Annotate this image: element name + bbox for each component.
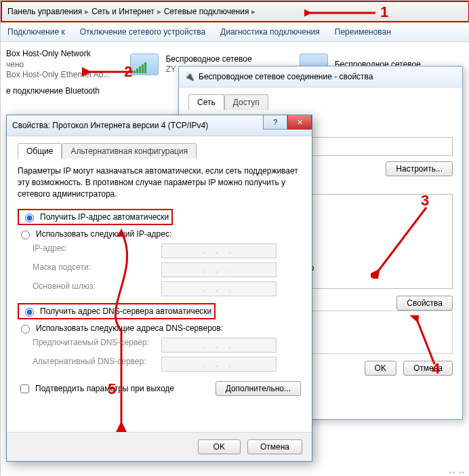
dialog-titlebar[interactable]: Свойства: Протокол Интернета версии 4 (T… — [7, 115, 312, 136]
cancel-button[interactable]: Отмена — [403, 361, 453, 376]
toolbar-connect[interactable]: Подключение к — [7, 27, 65, 37]
validate-checkbox[interactable] — [20, 384, 29, 393]
ipv4-properties-dialog: Свойства: Протокол Интернета версии 4 (T… — [6, 115, 312, 462]
ip-label: IP-адрес: — [33, 243, 155, 258]
highlight-box: Получить адрес DNS-сервера автоматически — [18, 303, 216, 319]
network-name: Беспроводное сетевое — [165, 54, 251, 65]
toolbar-rename[interactable]: Переименован — [335, 27, 391, 37]
gateway-field: . . . — [161, 281, 277, 296]
chevron-right-icon: ▸ — [157, 7, 161, 16]
mask-field: . . . — [161, 262, 277, 277]
radio-auto-ip[interactable] — [25, 214, 34, 222]
network-icon — [130, 54, 159, 75]
breadcrumb-item[interactable]: Сеть и Интернет — [91, 7, 154, 16]
configure-button[interactable]: Настроить... — [386, 161, 453, 176]
radio-label: Получить адрес DNS-сервера автоматически — [40, 306, 211, 316]
chevron-right-icon: ▸ — [251, 7, 256, 16]
network-name: Box Host-Only Network — [6, 49, 110, 60]
network-name: е подключение Bluetooth — [6, 86, 100, 97]
ok-button[interactable]: OK — [198, 439, 241, 454]
chevron-right-icon: ▸ — [85, 7, 89, 16]
advanced-button[interactable]: Дополнительно... — [216, 381, 301, 396]
resize-grip-icon: ⣀⣀ — [448, 461, 467, 474]
radio-auto-dns[interactable] — [25, 308, 34, 317]
network-item[interactable]: Box Host-Only Network чено Box Host-Only… — [6, 46, 110, 83]
radio-manual-dns[interactable] — [21, 325, 30, 334]
network-status: чено — [6, 60, 110, 71]
highlight-box: Получить IP-адрес автоматически — [18, 209, 173, 225]
pref-dns-label: Предпочитаемый DNS-сервер: — [33, 338, 155, 353]
breadcrumb-bar[interactable]: Панель управления ▸ Сеть и Интернет ▸ Се… — [1, 1, 469, 22]
network-icon: 🔌 — [184, 72, 195, 81]
cancel-button[interactable]: Отмена — [247, 439, 302, 454]
tab-network[interactable]: Сеть — [188, 94, 224, 110]
toolbar: Подключение к Отключение сетевого устрой… — [1, 22, 469, 42]
dialog-button-bar: OK Отмена — [7, 432, 312, 461]
tab-general[interactable]: Общие — [18, 143, 62, 159]
ok-button[interactable]: OK — [365, 361, 396, 376]
dialog-title: 🔌 Беспроводное сетевое соединение - свой… — [179, 66, 462, 87]
radio-manual-ip[interactable] — [21, 231, 30, 239]
radio-label: Использовать следующие адреса DNS-сервер… — [36, 323, 223, 333]
tabstrip: Сеть Доступ — [188, 94, 453, 110]
tab-access[interactable]: Доступ — [224, 94, 268, 110]
close-button[interactable]: ✕ — [287, 115, 312, 130]
breadcrumb-item[interactable]: Сетевые подключения — [164, 7, 249, 16]
alt-dns-field: . . . — [161, 357, 277, 372]
breadcrumb-item[interactable]: Панель управления — [7, 7, 82, 16]
gateway-label: Основной шлюз: — [33, 281, 155, 296]
network-adapter: Box Host-Only Ethernet Ad... — [6, 70, 110, 81]
alt-dns-label: Альтернативный DNS-сервер: — [33, 357, 155, 372]
toolbar-disable[interactable]: Отключение сетевого устройства — [80, 27, 205, 37]
properties-button[interactable]: Свойства — [396, 296, 453, 311]
help-button[interactable]: ? — [263, 115, 287, 130]
signal-icon — [134, 62, 146, 73]
toolbar-diagnose[interactable]: Диагностика подключения — [220, 27, 320, 37]
radio-label: Получить IP-адрес автоматически — [40, 212, 169, 222]
validate-label: Подтвердить параметры при выходе — [35, 384, 174, 393]
tabstrip: Общие Альтернативная конфигурация — [18, 143, 301, 159]
description-text: Параметры IP могут назначаться автоматич… — [18, 165, 301, 199]
pref-dns-field: . . . — [161, 338, 277, 353]
title-text: Беспроводное сетевое соединение - свойст… — [199, 72, 373, 81]
radio-label: Использовать следующий IP-адрес: — [36, 229, 171, 239]
ip-field: . . . — [161, 243, 277, 258]
title-text: Свойства: Протокол Интернета версии 4 (T… — [12, 121, 208, 130]
tab-alt-config[interactable]: Альтернативная конфигурация — [62, 143, 197, 159]
mask-label: Маска подсети: — [33, 262, 155, 277]
